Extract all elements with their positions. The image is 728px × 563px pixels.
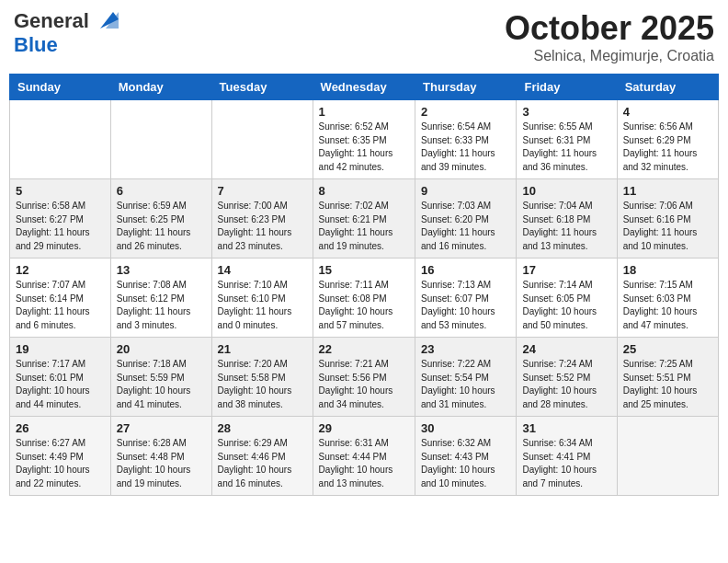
table-row: 28Sunrise: 6:29 AM Sunset: 4:46 PM Dayli… [211,417,313,496]
day-number: 22 [319,342,409,356]
table-row [617,417,718,496]
logo-icon [93,12,119,30]
table-row: 22Sunrise: 7:21 AM Sunset: 5:56 PM Dayli… [313,338,415,417]
day-info: Sunrise: 6:52 AM Sunset: 6:35 PM Dayligh… [319,121,409,174]
calendar-week-row: 1Sunrise: 6:52 AM Sunset: 6:35 PM Daylig… [10,100,719,179]
day-number: 5 [16,184,105,198]
day-info: Sunrise: 7:11 AM Sunset: 6:08 PM Dayligh… [319,279,409,332]
day-info: Sunrise: 7:13 AM Sunset: 6:07 PM Dayligh… [421,279,510,332]
col-thursday: Thursday [415,75,517,100]
table-row: 30Sunrise: 6:32 AM Sunset: 4:43 PM Dayli… [415,417,517,496]
col-saturday: Saturday [617,75,718,100]
day-info: Sunrise: 7:25 AM Sunset: 5:51 PM Dayligh… [623,358,712,411]
calendar-week-row: 26Sunrise: 6:27 AM Sunset: 4:49 PM Dayli… [10,417,719,496]
day-info: Sunrise: 6:58 AM Sunset: 6:27 PM Dayligh… [16,200,105,253]
calendar-table: Sunday Monday Tuesday Wednesday Thursday… [9,74,719,496]
day-info: Sunrise: 6:32 AM Sunset: 4:43 PM Dayligh… [421,437,510,490]
table-row: 18Sunrise: 7:15 AM Sunset: 6:03 PM Dayli… [617,259,718,338]
table-row: 5Sunrise: 6:58 AM Sunset: 6:27 PM Daylig… [10,179,111,259]
day-number: 6 [117,184,206,198]
table-row: 7Sunrise: 7:00 AM Sunset: 6:23 PM Daylig… [211,179,313,259]
day-info: Sunrise: 7:17 AM Sunset: 6:01 PM Dayligh… [16,358,105,411]
day-number: 19 [16,342,105,356]
day-info: Sunrise: 7:21 AM Sunset: 5:56 PM Dayligh… [319,358,409,411]
logo-blue-text: Blue [14,33,58,56]
day-number: 10 [522,184,610,198]
table-row: 20Sunrise: 7:18 AM Sunset: 5:59 PM Dayli… [110,338,211,417]
table-row: 12Sunrise: 7:07 AM Sunset: 6:14 PM Dayli… [10,259,111,338]
table-row: 16Sunrise: 7:13 AM Sunset: 6:07 PM Dayli… [415,259,517,338]
col-tuesday: Tuesday [211,75,313,100]
day-number: 26 [16,421,105,435]
table-row: 1Sunrise: 6:52 AM Sunset: 6:35 PM Daylig… [313,100,415,179]
day-info: Sunrise: 7:14 AM Sunset: 6:05 PM Dayligh… [522,279,610,332]
col-sunday: Sunday [10,75,111,100]
day-info: Sunrise: 7:24 AM Sunset: 5:52 PM Dayligh… [522,358,610,411]
day-info: Sunrise: 6:31 AM Sunset: 4:44 PM Dayligh… [319,437,409,490]
table-row: 9Sunrise: 7:03 AM Sunset: 6:20 PM Daylig… [415,179,517,259]
title-section: October 2025 Selnica, Megimurje, Croatia [505,9,714,64]
day-info: Sunrise: 7:06 AM Sunset: 6:16 PM Dayligh… [623,200,712,253]
day-info: Sunrise: 6:29 AM Sunset: 4:46 PM Dayligh… [218,437,307,490]
table-row: 23Sunrise: 7:22 AM Sunset: 5:54 PM Dayli… [415,338,517,417]
table-row: 29Sunrise: 6:31 AM Sunset: 4:44 PM Dayli… [313,417,415,496]
day-number: 24 [522,342,610,356]
table-row [211,100,313,179]
table-row: 8Sunrise: 7:02 AM Sunset: 6:21 PM Daylig… [313,179,415,259]
table-row: 26Sunrise: 6:27 AM Sunset: 4:49 PM Dayli… [10,417,111,496]
table-row: 31Sunrise: 6:34 AM Sunset: 4:41 PM Dayli… [517,417,617,496]
day-info: Sunrise: 6:59 AM Sunset: 6:25 PM Dayligh… [117,200,206,253]
col-wednesday: Wednesday [313,75,415,100]
day-info: Sunrise: 7:22 AM Sunset: 5:54 PM Dayligh… [421,358,510,411]
day-number: 13 [117,263,206,277]
day-number: 28 [218,421,307,435]
day-info: Sunrise: 7:15 AM Sunset: 6:03 PM Dayligh… [623,279,712,332]
table-row: 13Sunrise: 7:08 AM Sunset: 6:12 PM Dayli… [110,259,211,338]
calendar-week-row: 12Sunrise: 7:07 AM Sunset: 6:14 PM Dayli… [10,259,719,338]
table-row: 4Sunrise: 6:56 AM Sunset: 6:29 PM Daylig… [617,100,718,179]
day-number: 1 [319,105,409,119]
day-number: 8 [319,184,409,198]
header: General Blue October 2025 Selnica, Megim… [9,9,719,64]
day-info: Sunrise: 6:28 AM Sunset: 4:48 PM Dayligh… [117,437,206,490]
day-number: 15 [319,263,409,277]
day-number: 20 [117,342,206,356]
day-number: 18 [623,263,712,277]
calendar-header-row: Sunday Monday Tuesday Wednesday Thursday… [10,75,719,100]
day-number: 2 [421,105,510,119]
day-info: Sunrise: 6:27 AM Sunset: 4:49 PM Dayligh… [16,437,105,490]
day-info: Sunrise: 7:10 AM Sunset: 6:10 PM Dayligh… [218,279,307,332]
day-info: Sunrise: 6:54 AM Sunset: 6:33 PM Dayligh… [421,121,510,174]
day-number: 25 [623,342,712,356]
day-number: 17 [522,263,610,277]
page: General Blue October 2025 Selnica, Megim… [0,0,728,505]
day-info: Sunrise: 7:02 AM Sunset: 6:21 PM Dayligh… [319,200,409,253]
col-monday: Monday [110,75,211,100]
col-friday: Friday [517,75,617,100]
table-row: 19Sunrise: 7:17 AM Sunset: 6:01 PM Dayli… [10,338,111,417]
day-info: Sunrise: 7:04 AM Sunset: 6:18 PM Dayligh… [522,200,610,253]
table-row: 3Sunrise: 6:55 AM Sunset: 6:31 PM Daylig… [517,100,617,179]
day-number: 12 [16,263,105,277]
day-info: Sunrise: 7:07 AM Sunset: 6:14 PM Dayligh… [16,279,105,332]
day-info: Sunrise: 6:34 AM Sunset: 4:41 PM Dayligh… [522,437,610,490]
table-row [10,100,111,179]
logo-general-text: General [14,9,89,33]
day-number: 11 [623,184,712,198]
table-row: 21Sunrise: 7:20 AM Sunset: 5:58 PM Dayli… [211,338,313,417]
day-number: 29 [319,421,409,435]
day-info: Sunrise: 6:56 AM Sunset: 6:29 PM Dayligh… [623,121,712,174]
day-number: 30 [421,421,510,435]
day-number: 9 [421,184,510,198]
location: Selnica, Megimurje, Croatia [505,48,714,64]
day-info: Sunrise: 7:00 AM Sunset: 6:23 PM Dayligh… [218,200,307,253]
day-number: 27 [117,421,206,435]
table-row: 24Sunrise: 7:24 AM Sunset: 5:52 PM Dayli… [517,338,617,417]
day-info: Sunrise: 7:20 AM Sunset: 5:58 PM Dayligh… [218,358,307,411]
day-number: 16 [421,263,510,277]
table-row: 25Sunrise: 7:25 AM Sunset: 5:51 PM Dayli… [617,338,718,417]
logo: General Blue [14,9,119,57]
day-info: Sunrise: 7:18 AM Sunset: 5:59 PM Dayligh… [117,358,206,411]
day-info: Sunrise: 7:08 AM Sunset: 6:12 PM Dayligh… [117,279,206,332]
calendar-week-row: 19Sunrise: 7:17 AM Sunset: 6:01 PM Dayli… [10,338,719,417]
